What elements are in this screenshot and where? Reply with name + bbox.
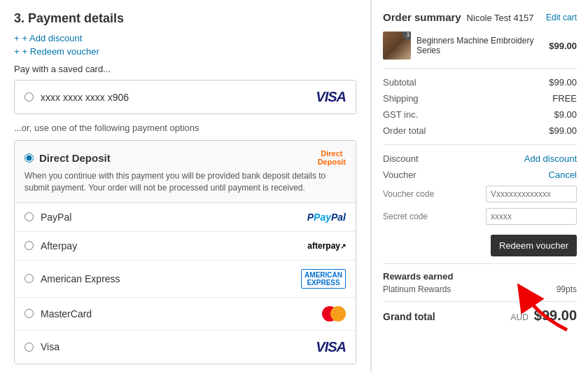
order-summary-header: Order summary Nicole Test 4157 Edit cart: [383, 11, 577, 23]
visa-radio[interactable]: [24, 343, 34, 352]
mastercard-radio[interactable]: [24, 309, 34, 318]
product-row: 1 Beginners Machine Embroidery Series $9…: [383, 32, 577, 60]
customer-name: Nicole Test 4157: [467, 13, 534, 23]
visa-logo-saved: VISA: [316, 89, 346, 105]
grand-total-label: Grand total: [383, 311, 435, 322]
redeem-voucher-button[interactable]: Redeem voucher: [491, 235, 577, 256]
paypal-radio[interactable]: [24, 212, 34, 221]
payment-options-list: Direct Deposit DirectDeposit When you co…: [14, 140, 356, 364]
cancel-voucher-link[interactable]: Cancel: [549, 170, 577, 180]
pay-saved-label: Pay with a saved card...: [14, 64, 356, 74]
amex-left: American Express: [24, 273, 120, 284]
redeem-voucher-row: + + Redeem voucher: [14, 46, 356, 57]
product-price: $99.00: [549, 41, 577, 51]
shipping-row: Shipping FREE: [383, 90, 577, 106]
product-name: Beginners Machine Embroidery Series: [416, 36, 543, 55]
divider-2: [383, 144, 577, 145]
gst-value: $9.00: [554, 109, 577, 120]
order-total-value: $99.00: [549, 125, 577, 136]
grand-total-row: Grand total AUD $99.00: [383, 301, 577, 324]
afterpay-left: Afterpay: [24, 240, 77, 252]
visa-option[interactable]: Visa VISA: [15, 331, 356, 364]
plus-icon-discount: +: [14, 33, 20, 43]
afterpay-logo: afterpay↗: [307, 241, 346, 251]
shipping-value: FREE: [552, 93, 577, 104]
redeem-voucher-link[interactable]: + Redeem voucher: [22, 46, 99, 57]
grand-total-amount: AUD $99.00: [511, 308, 577, 324]
direct-deposit-radio[interactable]: [24, 153, 34, 163]
afterpay-option[interactable]: Afterpay afterpay↗: [15, 232, 356, 261]
direct-deposit-label: Direct Deposit: [39, 152, 111, 164]
voucher-code-label: Voucher code: [383, 189, 434, 199]
voucher-code-row: Voucher code: [383, 183, 577, 205]
voucher-code-input[interactable]: [486, 186, 577, 202]
voucher-row: Voucher Cancel: [383, 167, 577, 183]
rewards-title: Rewards earned: [383, 271, 577, 282]
mastercard-left: MasterCard: [24, 308, 92, 319]
voucher-label: Voucher: [383, 170, 416, 180]
paypal-left: PayPal: [24, 212, 71, 223]
order-total-label: Order total: [383, 125, 426, 136]
payment-details-panel: 3. Payment details + + Add discount + + …: [0, 0, 371, 372]
visa-left: Visa: [24, 341, 59, 352]
mastercard-logo: [322, 306, 346, 322]
direct-deposit-option[interactable]: Direct Deposit DirectDeposit When you co…: [15, 141, 356, 203]
rewards-value: 99pts: [556, 284, 577, 294]
rewards-sub-label: Platinum Rewards: [383, 284, 451, 294]
add-discount-row: + + Add discount: [14, 33, 356, 43]
discount-label: Discount: [383, 153, 419, 164]
amex-logo: AMERICANEXPRESS: [301, 269, 346, 289]
direct-deposit-title: Direct Deposit: [24, 152, 111, 164]
section-title: 3. Payment details: [14, 11, 356, 26]
secret-code-input[interactable]: [486, 208, 577, 225]
paypal-label: PayPal: [41, 212, 71, 223]
saved-card-radio[interactable]: [24, 92, 34, 102]
subtotal-label: Subtotal: [383, 77, 416, 88]
direct-deposit-logo: DirectDeposit: [318, 149, 346, 166]
divider-1: [383, 68, 577, 69]
edit-cart-link[interactable]: Edit cart: [546, 13, 577, 22]
shipping-label: Shipping: [383, 93, 419, 104]
divider-3: [383, 263, 577, 264]
plus-icon-voucher: +: [14, 46, 20, 57]
afterpay-label: Afterpay: [41, 240, 77, 252]
paypal-option[interactable]: PayPal PPayPal: [15, 203, 356, 232]
gst-row: GST inc. $9.00: [383, 106, 577, 123]
or-text: ...or, use one of the following payment …: [14, 123, 356, 133]
secret-code-label: Secret code: [383, 212, 428, 221]
amex-label: American Express: [41, 273, 120, 284]
order-summary-panel: Order summary Nicole Test 4157 Edit cart…: [371, 0, 588, 372]
grand-total-value: $99.00: [534, 308, 577, 323]
add-discount-link[interactable]: + Add discount: [22, 33, 83, 43]
paypal-logo: PPayPal: [307, 212, 346, 223]
afterpay-radio[interactable]: [24, 241, 34, 250]
order-summary-title-group: Order summary Nicole Test 4157: [383, 11, 533, 23]
visa-label: Visa: [41, 341, 59, 352]
order-total-row: Order total $99.00: [383, 123, 577, 139]
rewards-section: Rewards earned Platinum Rewards 99pts: [383, 271, 577, 294]
add-discount-summary-link[interactable]: Add discount: [524, 153, 577, 164]
direct-deposit-description: When you continue with this payment you …: [24, 170, 346, 194]
secret-code-row: Secret code: [383, 205, 577, 228]
mastercard-label: MasterCard: [41, 308, 92, 319]
discount-row: Discount Add discount: [383, 151, 577, 167]
visa-logo: VISA: [316, 339, 346, 355]
amex-option[interactable]: American Express AMERICANEXPRESS: [15, 261, 356, 298]
gst-label: GST inc.: [383, 109, 418, 120]
card-number: xxxx xxxx xxxx x906: [41, 92, 129, 103]
rewards-sub-row: Platinum Rewards 99pts: [383, 284, 577, 294]
mastercard-option[interactable]: MasterCard: [15, 298, 356, 331]
order-summary-title: Order summary: [383, 11, 461, 23]
grand-total-currency: AUD: [511, 312, 528, 322]
subtotal-row: Subtotal $99.00: [383, 74, 577, 90]
amex-radio[interactable]: [24, 274, 34, 283]
redeem-button-row: Redeem voucher: [383, 230, 577, 256]
subtotal-value: $99.00: [549, 77, 577, 88]
saved-card-option[interactable]: xxxx xxxx xxxx x906 VISA: [14, 80, 356, 114]
product-thumbnail: 1: [383, 32, 411, 60]
